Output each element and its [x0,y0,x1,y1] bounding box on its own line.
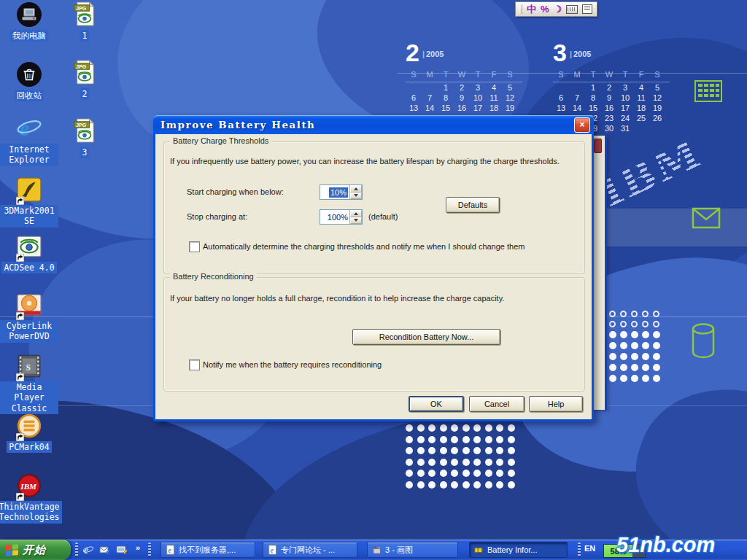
ok-button[interactable]: OK [409,396,464,412]
ime-grip-handle[interactable] [519,4,522,14]
desktop-icon-internet-explorer[interactable]: e Internet Explorer [0,115,58,166]
notify-reconditioning-checkbox-label[interactable]: Notify me when the battery requires reco… [203,360,575,369]
halftone-dot [485,470,492,477]
halftone-dot [485,424,492,432]
halftone-dot [451,470,458,477]
desktop-icon-jpg-1[interactable]: JPG 1 [63,0,107,42]
halftone-dot [609,342,616,349]
ime-mode-icon[interactable]: 中 [527,3,536,15]
background-window-edge[interactable] [592,136,607,410]
calendar-day: 13 [406,103,422,113]
ime-punctuation-icon[interactable]: ☽ [554,3,562,15]
halftone-dot [508,447,515,454]
spin-down-icon[interactable] [350,192,362,200]
halftone-dot [462,459,470,466]
halftone-dot [406,447,413,454]
auto-determine-checkbox[interactable] [189,241,200,252]
task-area-grip[interactable] [148,542,151,557]
calendar-weekday-row: SMTWTFS [553,69,670,82]
desktop-icon-recycle-bin[interactable]: 回收站 [0,61,58,101]
ime-fullwidth-icon[interactable]: % [541,3,549,15]
dialog-titlebar[interactable]: Improve Battery Health × [153,115,594,134]
halftone-dot [609,331,616,338]
task-button-paint[interactable]: 3 - 画图 [367,542,458,558]
quick-launch-grip[interactable] [75,542,78,557]
halftone-dot [462,481,470,489]
group-description: If you infrequently use battery power, y… [170,157,576,166]
internet-explorer-icon: e [16,115,42,141]
auto-determine-checkbox-label[interactable]: Automatically determine the charging thr… [203,242,575,251]
start-charging-value[interactable]: 10% [329,187,348,198]
halftone-dot [440,447,447,454]
desktop-icon-my-computer[interactable]: 我的电脑 [0,1,58,42]
calendar-day: 6 [406,93,422,103]
cancel-button[interactable]: Cancel [469,396,525,412]
calendar-day [649,123,665,133]
calendar-day: 14 [422,103,438,113]
desktop-icon-pcmark04[interactable]: PCMark04 [0,413,58,453]
quick-launch-overflow-chevron[interactable]: » [136,543,140,552]
spin-up-icon[interactable] [350,210,362,217]
calendar-day [553,82,569,93]
desktop-icon-powerdvd[interactable]: CyberLink PowerDVD [0,292,58,343]
halftone-dot [620,331,627,338]
stop-charging-label: Stop charging at: [187,212,247,221]
desktop-icon-acdsee[interactable]: ACDSee 4.0 [0,233,58,273]
quicklaunch-show-desktop[interactable] [115,542,128,557]
stop-charging-spinner[interactable]: 100% [320,209,363,225]
close-icon[interactable]: × [574,117,590,133]
desktop-icon-jpg-2[interactable]: JPG 2 [63,58,107,100]
task-button-battery-information[interactable]: ! Battery Infor... [469,542,568,558]
halftone-dot [642,321,649,327]
halftone-dot [406,436,413,443]
start-button[interactable]: 开始 [0,540,71,560]
calendar-day: 18 [486,103,502,113]
paint-icon [372,545,382,555]
desktop-icon-media-player-classic[interactable]: s Media Player Classic [0,353,58,414]
halftone-dot [631,321,638,327]
ime-language-bar[interactable]: 中 % ☽ [515,1,597,17]
halftone-dot [609,375,616,382]
calendar-day: 24 [617,113,633,123]
desktop-icon-jpg-3[interactable]: JPG 3 [63,117,107,158]
quicklaunch-internet-explorer[interactable]: e [82,542,95,557]
svg-text:IBM: IBM [20,482,37,491]
desktop-icon-3dmark2001[interactable]: 3DMark2001 SE [0,176,58,228]
calendar-day: 8 [585,93,601,103]
calendar-day: 3 [617,82,633,93]
defaults-button[interactable]: Defaults [446,197,500,213]
halftone-dot [508,436,515,443]
jpg-file-icon: JPG [73,117,96,144]
halftone-dot [653,342,660,349]
calendar-day: 2 [454,82,470,93]
quicklaunch-outlook-express[interactable] [98,542,112,557]
halftone-dot [417,481,425,489]
calendar-weekday: S [406,69,422,82]
desktop-icon-thinkvantage[interactable]: IBM ThinkVantage Technologies [0,472,58,524]
halftone-dot [631,331,638,338]
calendar-day: 25 [633,113,649,123]
calendar-day: 17 [617,103,633,113]
tray-grip[interactable] [578,542,581,557]
calendar-day: 16 [454,103,470,113]
calendar-weekday: T [470,69,486,82]
stop-charging-value[interactable]: 100% [328,213,348,222]
language-indicator[interactable]: EN [584,544,595,553]
spin-up-icon[interactable] [350,185,362,192]
ime-keyboard-icon[interactable] [566,5,578,14]
start-button-label: 开始 [23,543,46,557]
task-button-server-not-found[interactable]: e 找不到服务器,... [160,542,255,558]
help-button[interactable]: Help [529,396,583,412]
task-button-label: 专门网论坛 - ... [281,545,335,556]
notify-reconditioning-checkbox[interactable] [189,359,200,370]
recondition-battery-button[interactable]: Recondition Battery Now... [352,329,500,345]
task-button-forum[interactable]: e 专门网论坛 - ... [263,542,357,558]
improve-battery-health-dialog: Improve Battery Health × Battery Charge … [153,115,594,421]
ime-menu-icon[interactable] [582,4,592,14]
start-charging-spinner[interactable]: 10% [320,184,363,200]
halftone-dot [473,470,481,477]
calendar-day: 15 [438,103,454,113]
halftone-dot [417,459,425,466]
halftone-dot [653,321,659,327]
spin-down-icon[interactable] [350,217,362,225]
